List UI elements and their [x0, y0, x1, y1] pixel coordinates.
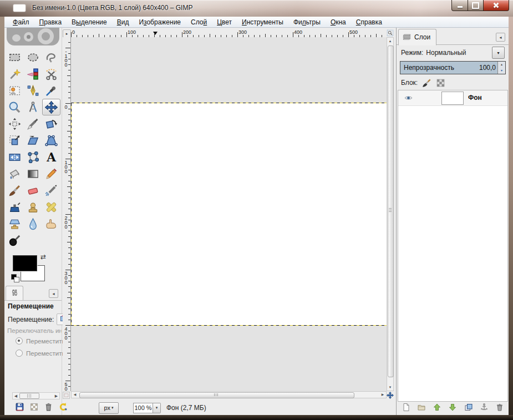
- anchor-layer-button[interactable]: [478, 402, 490, 413]
- spin-down-icon[interactable]: ▾: [498, 68, 505, 74]
- tool-paths[interactable]: [24, 82, 42, 99]
- menu-item-help[interactable]: Справка: [351, 17, 387, 27]
- tool-move[interactable]: [42, 99, 60, 115]
- tool-bucket-fill[interactable]: [6, 165, 24, 182]
- tool-rotate[interactable]: [42, 115, 60, 132]
- menu-item-windows[interactable]: Окна: [326, 17, 351, 27]
- scroll-left-icon[interactable]: ◀: [72, 392, 78, 398]
- tool-foreground-select[interactable]: [6, 82, 24, 99]
- swap-colors-icon[interactable]: ⇄: [40, 253, 46, 261]
- scroll-left-icon[interactable]: ◀: [13, 394, 19, 398]
- tool-scissors-select[interactable]: [42, 65, 60, 82]
- menu-item-tools[interactable]: Инструменты: [237, 17, 288, 27]
- tool-eraser[interactable]: [24, 182, 42, 199]
- unit-select[interactable]: px ▾: [99, 402, 119, 414]
- menu-item-file[interactable]: Файл: [8, 17, 34, 27]
- tab-tool-options[interactable]: [6, 286, 23, 300]
- tool-free-select[interactable]: [42, 49, 60, 65]
- delete-preset-button[interactable]: [43, 402, 53, 412]
- scroll-down-icon[interactable]: ▼: [387, 384, 393, 391]
- tool-ellipse-select[interactable]: [24, 49, 42, 65]
- horizontal-ruler[interactable]: 0100200300400500: [71, 29, 387, 38]
- opacity-spinner[interactable]: ▴ ▾: [497, 62, 505, 74]
- title-bar[interactable]: Без имени-1.0 (Цвета RGB, 1 слой) 640x40…: [0, 0, 513, 17]
- move-selected-layer-radio[interactable]: [16, 350, 23, 357]
- tool-options-scrollbar[interactable]: ◀ ▶: [12, 392, 60, 399]
- lower-layer-button[interactable]: [446, 402, 459, 413]
- tool-flip[interactable]: [6, 149, 24, 165]
- menu-item-select[interactable]: Выделение: [67, 17, 112, 27]
- canvas-image[interactable]: [71, 103, 387, 325]
- tool-fuzzy-select[interactable]: [6, 65, 24, 82]
- tool-airbrush[interactable]: [42, 182, 60, 199]
- tool-scale[interactable]: [6, 132, 24, 149]
- tool-color-picker[interactable]: [42, 82, 60, 99]
- scroll-right-icon[interactable]: ▶: [53, 394, 59, 398]
- tool-align[interactable]: [6, 115, 24, 132]
- canvas-viewport[interactable]: [71, 37, 387, 391]
- scrollbar-thumb[interactable]: [19, 393, 39, 399]
- tool-clone[interactable]: [24, 199, 42, 215]
- tool-heal[interactable]: [42, 199, 60, 215]
- scroll-right-icon[interactable]: ▶: [379, 392, 386, 398]
- layer-list[interactable]: Фон: [398, 90, 508, 402]
- pan-view-button[interactable]: [387, 392, 394, 399]
- close-button[interactable]: [484, 0, 509, 11]
- tool-rectangle-select[interactable]: [6, 49, 24, 65]
- tool-text[interactable]: A: [42, 149, 60, 165]
- layer-row[interactable]: Фон: [398, 90, 507, 106]
- panel-menu-button[interactable]: ◂: [496, 33, 505, 42]
- canvas-menu-button[interactable]: ▸: [63, 29, 71, 38]
- quickmask-toggle[interactable]: [63, 392, 70, 399]
- menu-item-edit[interactable]: Правка: [34, 17, 67, 27]
- tool-gradient[interactable]: [24, 165, 42, 182]
- mode-dropdown-button[interactable]: ▾: [492, 47, 505, 59]
- delete-layer-button[interactable]: [494, 402, 506, 413]
- opacity-slider[interactable]: Непрозрачность 100,0 ▴ ▾: [400, 61, 506, 74]
- minimize-button[interactable]: [451, 0, 468, 11]
- menu-item-image[interactable]: Изображение: [134, 17, 186, 27]
- horizontal-scrollbar[interactable]: ◀ ▶: [71, 391, 387, 398]
- restore-preset-button[interactable]: [29, 402, 39, 412]
- new-group-button[interactable]: [415, 402, 428, 413]
- dock-menu-button[interactable]: ◂: [49, 289, 58, 298]
- layer-visibility-toggle[interactable]: [404, 94, 413, 102]
- zoom-follow-toggle[interactable]: [387, 29, 394, 37]
- menu-item-filters[interactable]: Фильтры: [288, 17, 326, 27]
- tool-shear[interactable]: [24, 132, 42, 149]
- save-preset-button[interactable]: [14, 402, 24, 412]
- move-active-layer-radio[interactable]: [16, 337, 23, 345]
- tool-zoom[interactable]: [6, 99, 24, 115]
- layer-thumbnail[interactable]: [441, 92, 464, 105]
- raise-layer-button[interactable]: [431, 402, 443, 413]
- tool-perspective-clone[interactable]: [6, 215, 24, 232]
- dropdown-icon[interactable]: ▾: [153, 403, 161, 413]
- menu-item-colors[interactable]: Цвет: [212, 17, 237, 27]
- lock-pixels-toggle[interactable]: [422, 78, 431, 88]
- tool-pencil[interactable]: [42, 165, 60, 182]
- tool-paintbrush[interactable]: [6, 182, 24, 199]
- horizontal-scrollbar-thumb[interactable]: [79, 392, 354, 398]
- default-colors-icon[interactable]: [11, 274, 20, 282]
- scroll-up-icon[interactable]: ▲: [387, 38, 393, 44]
- tool-crop[interactable]: [24, 115, 42, 132]
- foreground-color-swatch[interactable]: [13, 255, 37, 271]
- zoom-level-select[interactable]: 100 % ▾: [133, 403, 161, 413]
- tool-select-by-color[interactable]: [24, 65, 42, 82]
- lock-alpha-toggle[interactable]: [436, 78, 445, 88]
- vertical-scrollbar[interactable]: ▲ ▼: [387, 37, 394, 391]
- tool-ink[interactable]: [6, 199, 24, 215]
- tool-blur-sharpen[interactable]: [24, 215, 42, 232]
- vertical-scrollbar-thumb[interactable]: [388, 45, 394, 377]
- spin-up-icon[interactable]: ▴: [498, 62, 505, 68]
- tool-dodge-burn[interactable]: [6, 232, 24, 249]
- tool-perspective[interactable]: [42, 132, 60, 149]
- new-layer-button[interactable]: [400, 402, 412, 413]
- tool-smudge[interactable]: [42, 215, 60, 232]
- tab-layers[interactable]: Слои: [398, 29, 436, 45]
- maximize-button[interactable]: [468, 0, 484, 11]
- vertical-ruler[interactable]: -1000100200300400500: [63, 37, 71, 391]
- duplicate-layer-button[interactable]: [463, 402, 475, 413]
- tool-cage-transform[interactable]: [24, 149, 42, 165]
- menu-item-view[interactable]: Вид: [112, 17, 134, 27]
